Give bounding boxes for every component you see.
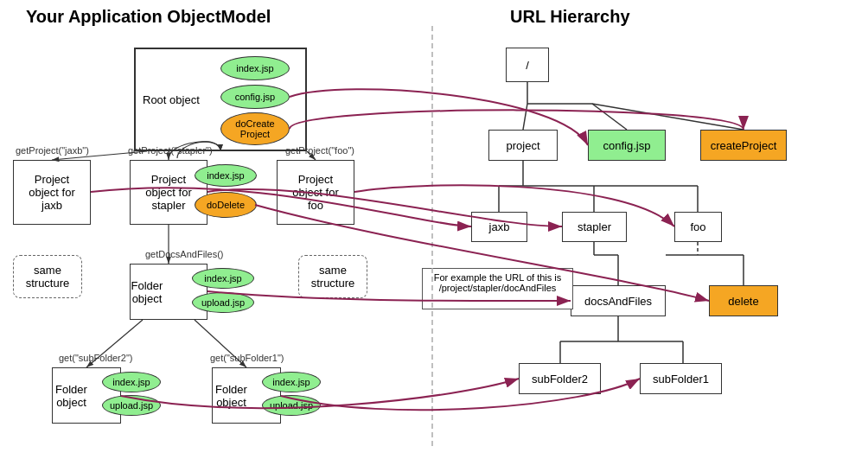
root-object-label: Root object — [143, 93, 200, 106]
folder-right-label: Folderobject — [215, 383, 247, 409]
label-get-subfolder1: get("subFolder1") — [210, 353, 284, 363]
label-getdocsandfiles: getDocsAndFiles() — [145, 249, 223, 259]
right-title: URL Hierarchy — [510, 7, 630, 27]
url-stapler-label: stapler — [578, 220, 611, 233]
project-jaxb-label: Projectobject forjaxb — [29, 173, 74, 212]
folder-left-index-oval: index.jsp — [102, 372, 161, 392]
url-jaxb-label: jaxb — [489, 220, 510, 233]
url-foo-label: foo — [690, 220, 705, 233]
url-config-label: config.jsp — [603, 139, 651, 152]
url-project-box: project — [488, 130, 558, 161]
url-jaxb-box: jaxb — [471, 212, 527, 242]
diagram-container: Your Application ObjectModel URL Hierarc… — [0, 0, 868, 459]
project-foo-label: Projectobject forfoo — [292, 173, 338, 212]
url-stapler-box: stapler — [562, 212, 627, 242]
label-getproject-jaxb: getProject("jaxb") — [16, 145, 89, 156]
url-subfolder1-label: subFolder1 — [653, 373, 709, 386]
label-getproject-stapler: getProject("stapler") — [128, 145, 213, 156]
url-createproject-label: createProject — [711, 139, 777, 152]
label-get-subfolder2: get("subFolder2") — [59, 353, 132, 363]
same-structure-right: samestructure — [298, 255, 367, 298]
url-subfolder1-box: subFolder1 — [640, 363, 722, 394]
url-root-box: / — [506, 48, 549, 82]
url-foo-box: foo — [674, 212, 722, 242]
note-box: For example the URL of this is/project/s… — [422, 268, 573, 309]
folder-upload-jsp-oval: upload.jsp — [192, 292, 254, 313]
url-docsandfiles-box: docsAndFiles — [571, 285, 666, 316]
folder-left-label: Folderobject — [55, 383, 87, 409]
root-index-jsp-oval: index.jsp — [220, 56, 290, 80]
url-createproject-box: createProject — [700, 130, 787, 161]
svg-line-4 — [592, 104, 627, 130]
url-delete-box: delete — [709, 285, 778, 316]
project-jaxb-box: Projectobject forjaxb — [13, 160, 91, 225]
url-config-box: config.jsp — [588, 130, 666, 161]
url-subfolder2-box: subFolder2 — [519, 363, 601, 394]
root-docreate-oval: doCreateProject — [220, 112, 290, 145]
url-project-label: project — [506, 139, 539, 152]
folder-right-upload-oval: upload.jsp — [262, 395, 321, 416]
root-config-jsp-oval: config.jsp — [220, 85, 290, 109]
svg-line-3 — [523, 104, 527, 130]
root-docreate-label: doCreateProject — [235, 118, 274, 139]
url-subfolder2-label: subFolder2 — [532, 373, 588, 386]
svg-line-5 — [592, 104, 744, 130]
url-docsandfiles-label: docsAndFiles — [584, 295, 652, 308]
folder-right-index-oval: index.jsp — [262, 372, 321, 392]
folder-stapler-label: Folderobject — [131, 279, 163, 305]
same-structure-left: samestructure — [13, 255, 82, 298]
folder-index-jsp-oval: index.jsp — [192, 268, 254, 289]
left-title: Your Application ObjectModel — [26, 7, 271, 27]
same-structure-left-label: samestructure — [26, 264, 70, 290]
project-foo-box: Projectobject forfoo — [277, 160, 354, 225]
url-root-label: / — [526, 59, 529, 72]
project-stapler-label: Projectobject forstapler — [145, 173, 191, 212]
folder-left-upload-oval: upload.jsp — [102, 395, 161, 416]
url-delete-label: delete — [728, 295, 758, 308]
same-structure-right-label: samestructure — [311, 264, 355, 290]
stapler-index-jsp-oval: index.jsp — [195, 164, 257, 187]
stapler-dodelete-oval: doDelete — [195, 192, 257, 218]
label-getproject-foo: getProject("foo") — [285, 145, 354, 156]
project-stapler-box: Projectobject forstapler — [130, 160, 207, 225]
note-text: For example the URL of this is/project/s… — [434, 272, 562, 293]
